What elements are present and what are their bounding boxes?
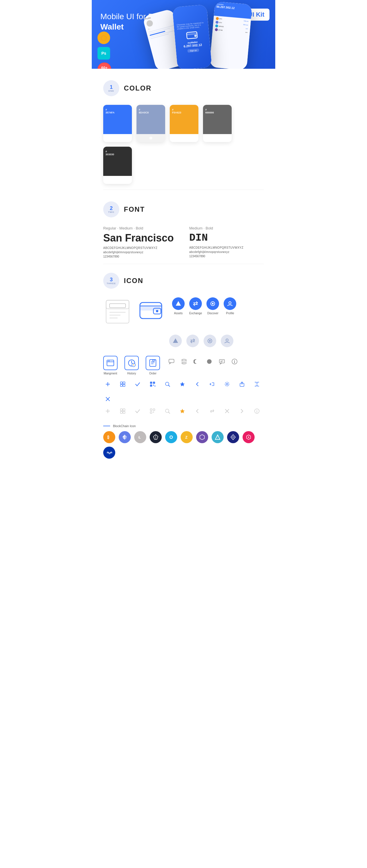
crypto-strat: [211, 431, 224, 443]
crypto-xlm: [196, 431, 208, 443]
font-section: 2 TWO FONT Regular · Medium · Bold San F…: [92, 190, 275, 264]
svg-rect-24: [107, 360, 114, 366]
nav-icons-gray-group: [103, 335, 264, 347]
nav-icon-profile: Profile: [224, 297, 236, 315]
svg-point-84: [257, 410, 257, 410]
svg-rect-75: [150, 412, 152, 413]
svg-rect-73: [150, 409, 152, 410]
font-section-header: 2 TWO FONT: [103, 202, 264, 217]
icon-close: [103, 395, 112, 404]
nav-icon-discover: Discover: [206, 297, 219, 315]
icon-check: [133, 379, 142, 389]
crypto-neo: [150, 431, 162, 443]
color-section-header: 1 ONE COLOR: [103, 80, 264, 96]
icon-section-number: 3 THREE: [103, 273, 119, 289]
crypto-icons-row: ₿ Ł Z: [103, 431, 264, 459]
svg-rect-58: [153, 385, 154, 385]
color-card-grayblue: #8DA0C8: [137, 105, 165, 142]
icon-title: ICON: [124, 277, 143, 285]
svg-rect-40: [219, 360, 225, 363]
svg-rect-7: [110, 304, 125, 308]
screens-badge: 60+ Screens: [97, 62, 111, 69]
svg-point-18: [212, 303, 214, 305]
color-section-number: 1 ONE: [103, 80, 119, 96]
icon-chevron-left-gray: [193, 406, 202, 416]
toolbar-icons-gray-row: [103, 406, 264, 416]
svg-marker-86: [125, 435, 127, 438]
colors-row: #3574FA #8DA0C8 #F5A623 #666666 #303030: [103, 105, 264, 184]
color-card-blue: #3574FA: [103, 105, 132, 142]
crypto-ltc: Ł: [134, 431, 146, 443]
svg-rect-49: [123, 382, 125, 384]
icon-export: [237, 379, 247, 389]
ps-badge: Ps: [97, 47, 110, 60]
crypto-dash: [165, 431, 177, 443]
svg-marker-62: [180, 382, 185, 386]
color-card-gray: #666666: [203, 105, 232, 142]
svg-marker-87: [122, 435, 125, 438]
svg-rect-53: [150, 382, 152, 383]
font-col-sf: Regular · Medium · Bold San Francisco AB…: [103, 226, 178, 258]
icon-grid: [118, 379, 127, 389]
svg-point-45: [234, 360, 235, 361]
svg-marker-16: [176, 301, 181, 306]
svg-point-14: [156, 310, 158, 312]
svg-line-61: [169, 385, 170, 387]
svg-rect-72: [123, 411, 125, 413]
hero-badges: Ps 60+ Screens: [97, 32, 111, 69]
svg-point-4: [194, 34, 197, 37]
icon-star: [178, 379, 187, 389]
app-icon-history: History: [124, 356, 139, 375]
svg-text:Z: Z: [185, 435, 188, 439]
toolbar-icons-blue-row: [103, 379, 264, 404]
svg-point-19: [229, 302, 231, 304]
icon-arrows-gray: [207, 406, 217, 416]
icon-info: [230, 357, 239, 366]
icon-qr: [148, 379, 157, 389]
svg-rect-57: [150, 385, 152, 386]
svg-marker-79: [180, 409, 185, 413]
svg-text:Ł: Ł: [139, 435, 141, 439]
app-icon-management: Mangment: [103, 356, 117, 375]
font-col-din: Medium · Bold DIN ABCDEFGHIJKLMNOPQRSTUV…: [189, 226, 264, 258]
icon-layers: [179, 357, 189, 366]
svg-rect-59: [154, 385, 156, 386]
nav-icons-group: Assets Exchange Discover P: [172, 297, 236, 315]
svg-point-23: [226, 339, 228, 341]
font-row: Regular · Medium · Bold San Francisco AB…: [103, 226, 264, 258]
svg-rect-74: [153, 409, 155, 410]
font-title: FONT: [124, 206, 145, 213]
icon-circle: [205, 357, 214, 366]
icon-settings: [223, 379, 232, 389]
svg-marker-100: [232, 436, 234, 439]
crypto-ark: [227, 431, 239, 443]
nav-icon-discover-gray: [204, 335, 216, 347]
color-card-orange: #F5A623: [170, 105, 198, 142]
svg-point-102: [248, 437, 249, 438]
crypto-poly: [243, 431, 255, 443]
misc-icons-row: [167, 356, 239, 366]
blockchain-label-row: BlockChain Icon: [103, 424, 264, 428]
svg-point-94: [170, 436, 172, 438]
svg-rect-76: [153, 412, 154, 412]
nav-icon-exchange-gray: [186, 335, 199, 347]
icon-message: [217, 357, 227, 366]
color-dot: [116, 137, 119, 140]
svg-rect-71: [120, 411, 122, 413]
svg-point-22: [209, 340, 211, 342]
color-dot: [116, 179, 119, 181]
color-dot: [149, 137, 152, 140]
icon-forward-gray: [237, 406, 247, 416]
icon-chat: [167, 357, 176, 366]
icon-share: [207, 379, 217, 389]
phone-center: Character may be mastered in the great m…: [172, 4, 212, 69]
sketch-badge: [97, 32, 110, 44]
icon-moon: [192, 357, 201, 366]
icon-qr-gray: [148, 406, 157, 416]
svg-rect-55: [153, 382, 154, 383]
svg-rect-50: [120, 384, 122, 386]
svg-rect-51: [123, 384, 125, 386]
icon-chevron-left: [193, 379, 202, 389]
crypto-waves: [103, 446, 115, 459]
icon-section-header: 3 THREE ICON: [103, 273, 264, 289]
